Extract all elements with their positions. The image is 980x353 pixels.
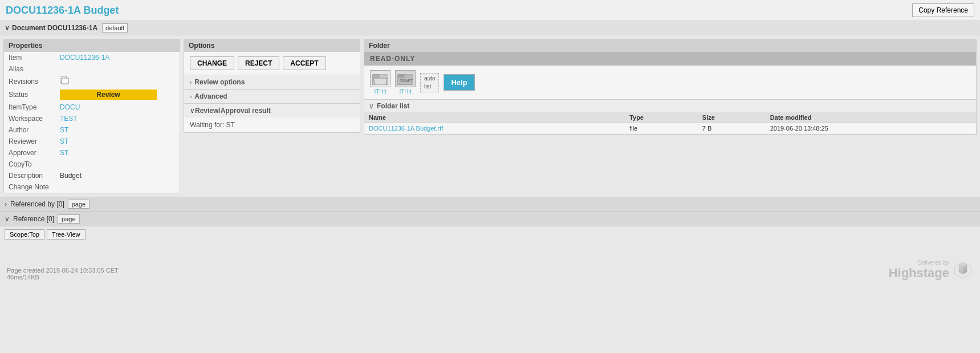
reference-page[interactable]: page	[58, 214, 79, 224]
page-stats: 46ms/14KB	[7, 274, 119, 281]
folder-open-label: ITHit	[374, 88, 386, 95]
prop-link[interactable]: ST	[60, 137, 68, 145]
change-button[interactable]: CHANGE	[190, 56, 234, 70]
prop-label: Approver	[4, 147, 55, 159]
property-row: ReviewerST	[4, 136, 180, 147]
folder-table: NameTypeSizeDate modified DOCU11236-1A B…	[364, 112, 976, 134]
scope-buttons: Scope:Top Tree-View	[0, 226, 980, 242]
property-row: Change Note	[4, 181, 180, 193]
prop-label: Change Note	[4, 181, 55, 193]
default-badge: default	[102, 23, 128, 33]
page-created: Page created 2019-06-24 10:33:05 CET	[7, 267, 119, 274]
reject-button[interactable]: REJECT	[238, 56, 279, 70]
auto-list-box: autolist	[420, 73, 439, 92]
reference-bar: ∨ Reference [0] page	[0, 212, 980, 226]
property-row: CopyTo	[4, 159, 180, 170]
folder-icons-row: ITHit DRAFT ITHit autolist Help	[364, 66, 976, 99]
folder-title: Folder	[364, 39, 976, 52]
result-section: ∨ Review/Approval result Waiting for: ST	[184, 103, 360, 132]
footer-info: Page created 2019-06-24 10:33:05 CET 46m…	[7, 267, 119, 281]
tree-view-button[interactable]: Tree-View	[47, 229, 86, 240]
referenced-by-arrow: ›	[5, 200, 7, 208]
folder-list-label: Folder list	[377, 102, 409, 110]
folder-draft-label: ITHit	[399, 88, 411, 95]
highstage-logo	[953, 260, 973, 281]
page-title: DOCU11236-1A Budget	[6, 5, 119, 17]
prop-link[interactable]: DOCU	[60, 103, 80, 111]
prop-label: ItemType	[4, 102, 55, 113]
prop-link[interactable]: ST	[60, 126, 68, 134]
prop-value[interactable]: DOCU	[55, 102, 180, 113]
file-date: 2019-06-20 13:48:25	[766, 123, 976, 134]
prop-value[interactable]: TEST	[55, 113, 180, 124]
property-row: WorkspaceTEST	[4, 113, 180, 124]
prop-link[interactable]: DOCU11236-1A	[60, 54, 109, 62]
result-body: Waiting for: ST	[184, 117, 360, 132]
folder-col-header: Size	[698, 112, 766, 123]
prop-value[interactable]: ST	[55, 147, 180, 159]
svg-rect-1	[62, 78, 68, 84]
property-row: Alias	[4, 63, 180, 75]
readonly-bar: READ-ONLY	[364, 52, 976, 66]
svg-rect-3	[372, 75, 379, 77]
prop-value	[55, 159, 180, 170]
result-label: Review/Approval result	[195, 107, 271, 115]
prop-value[interactable]: ST	[55, 124, 180, 136]
folder-icon-open[interactable]: ITHit	[370, 70, 391, 95]
delivered-by-label: Delivered by	[889, 259, 949, 266]
property-row: ApproverST	[4, 147, 180, 159]
folder-col-header: Name	[364, 112, 625, 123]
svg-rect-6	[397, 75, 404, 77]
prop-label: Description	[4, 170, 55, 181]
property-row: StatusReview	[4, 88, 180, 102]
main-content: Properties ItemDOCU11236-1AAliasRevision…	[0, 35, 980, 197]
file-name-link[interactable]: DOCU11236-1A Budget.rtf	[369, 125, 443, 132]
accept-button[interactable]: ACCEPT	[283, 56, 326, 70]
highstage-brand: Highstage	[889, 266, 949, 281]
folder-list-header[interactable]: ∨ Folder list	[364, 99, 976, 112]
property-row: ItemDOCU11236-1A	[4, 52, 180, 63]
file-size: 7 B	[698, 123, 766, 134]
referenced-by-label: Referenced by [0]	[10, 200, 64, 208]
file-name[interactable]: DOCU11236-1A Budget.rtf	[364, 123, 625, 134]
reference-arrow: ∨	[5, 215, 10, 223]
action-buttons: CHANGE REJECT ACCEPT	[184, 52, 360, 75]
prop-label: Reviewer	[4, 136, 55, 147]
help-button[interactable]: Help	[444, 74, 474, 91]
prop-label: Workspace	[4, 113, 55, 124]
prop-link[interactable]: ST	[60, 149, 68, 157]
advanced-row[interactable]: › Advanced	[184, 89, 360, 103]
collapse-chevron[interactable]: ∨	[5, 24, 10, 32]
prop-value: Budget	[55, 170, 180, 181]
properties-title: Properties	[4, 39, 180, 52]
prop-label: Alias	[4, 63, 55, 75]
property-row: AuthorST	[4, 124, 180, 136]
prop-value[interactable]: ST	[55, 136, 180, 147]
file-type: file	[625, 123, 698, 134]
options-title: Options	[184, 39, 360, 52]
property-row: Revisions	[4, 75, 180, 88]
folder-icon-draft[interactable]: DRAFT ITHit	[395, 70, 416, 95]
copy-reference-button[interactable]: Copy Reference	[912, 3, 974, 17]
revisions-icon	[60, 78, 69, 86]
properties-panel: Properties ItemDOCU11236-1AAliasRevision…	[3, 39, 180, 193]
folder-panel: Folder READ-ONLY ITHit DR	[364, 39, 977, 135]
result-arrow: ∨	[190, 107, 195, 115]
scope-top-button[interactable]: Scope:Top	[5, 229, 44, 240]
property-row: ItemTypeDOCU	[4, 102, 180, 113]
prop-label: Author	[4, 124, 55, 136]
folder-col-header: Type	[625, 112, 698, 123]
prop-label: Item	[4, 52, 55, 63]
folder-draft-icon: DRAFT	[395, 70, 416, 87]
review-options-row[interactable]: › Review options	[184, 75, 360, 89]
prop-value	[55, 75, 180, 88]
advanced-label: Advanced	[194, 92, 227, 100]
prop-value[interactable]: DOCU11236-1A	[55, 52, 180, 63]
review-options-label: Review options	[194, 78, 245, 86]
document-header: ∨ Document DOCU11236-1A default	[0, 21, 980, 35]
prop-link[interactable]: TEST	[60, 115, 78, 123]
referenced-by-page[interactable]: page	[68, 200, 90, 209]
result-header-row[interactable]: ∨ Review/Approval result	[184, 104, 360, 117]
review-options-arrow: ›	[190, 79, 192, 86]
properties-table: ItemDOCU11236-1AAliasRevisionsStatusRevi…	[4, 52, 180, 193]
